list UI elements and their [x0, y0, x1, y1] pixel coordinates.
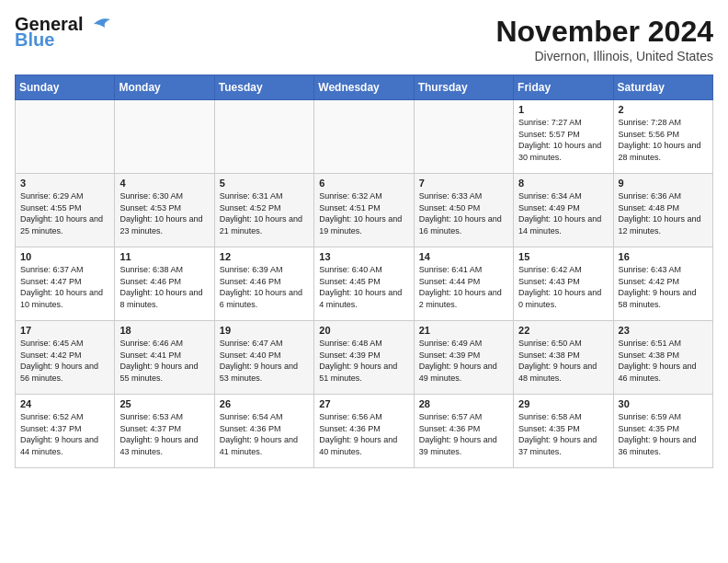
calendar-cell: 7Sunrise: 6:33 AM Sunset: 4:50 PM Daylig… [414, 174, 513, 247]
calendar-week-row: 24Sunrise: 6:52 AM Sunset: 4:37 PM Dayli… [16, 395, 713, 468]
calendar-cell: 26Sunrise: 6:54 AM Sunset: 4:36 PM Dayli… [214, 395, 313, 468]
day-number: 30 [619, 398, 708, 409]
calendar-cell: 21Sunrise: 6:49 AM Sunset: 4:39 PM Dayli… [414, 321, 513, 395]
day-number: 13 [319, 251, 408, 262]
day-info: Sunrise: 6:45 AM Sunset: 4:42 PM Dayligh… [20, 338, 109, 384]
calendar-cell: 24Sunrise: 6:52 AM Sunset: 4:37 PM Dayli… [16, 395, 115, 468]
day-info: Sunrise: 6:32 AM Sunset: 4:51 PM Dayligh… [319, 190, 408, 236]
day-number: 10 [20, 251, 109, 262]
page-header: General Blue November 2024 Divernon, Ill… [15, 15, 713, 63]
day-info: Sunrise: 6:47 AM Sunset: 4:40 PM Dayligh… [220, 338, 309, 384]
day-number: 27 [319, 398, 408, 409]
day-number: 19 [220, 325, 309, 336]
calendar-week-row: 10Sunrise: 6:37 AM Sunset: 4:47 PM Dayli… [16, 247, 713, 321]
calendar-cell: 12Sunrise: 6:39 AM Sunset: 4:46 PM Dayli… [214, 247, 313, 321]
logo-bird-icon [85, 15, 112, 33]
day-info: Sunrise: 6:41 AM Sunset: 4:44 PM Dayligh… [419, 264, 508, 310]
calendar-cell [115, 100, 214, 174]
day-info: Sunrise: 6:42 AM Sunset: 4:43 PM Dayligh… [518, 264, 608, 310]
title-block: November 2024 Divernon, Illinois, United… [495, 15, 713, 63]
calendar-cell: 14Sunrise: 6:41 AM Sunset: 4:44 PM Dayli… [414, 247, 513, 321]
weekday-header-tuesday: Tuesday [214, 75, 313, 100]
day-info: Sunrise: 6:50 AM Sunset: 4:38 PM Dayligh… [518, 338, 608, 384]
day-info: Sunrise: 6:40 AM Sunset: 4:45 PM Dayligh… [319, 264, 408, 310]
day-info: Sunrise: 6:33 AM Sunset: 4:50 PM Dayligh… [419, 190, 508, 236]
day-info: Sunrise: 6:29 AM Sunset: 4:55 PM Dayligh… [20, 190, 109, 236]
month-title: November 2024 [495, 15, 713, 49]
day-number: 21 [419, 325, 508, 336]
weekday-header-thursday: Thursday [414, 75, 513, 100]
day-info: Sunrise: 6:48 AM Sunset: 4:39 PM Dayligh… [319, 338, 408, 384]
calendar-cell: 27Sunrise: 6:56 AM Sunset: 4:36 PM Dayli… [314, 395, 414, 468]
calendar-cell: 22Sunrise: 6:50 AM Sunset: 4:38 PM Dayli… [514, 321, 613, 395]
calendar-cell: 5Sunrise: 6:31 AM Sunset: 4:52 PM Daylig… [214, 174, 313, 247]
day-info: Sunrise: 7:27 AM Sunset: 5:57 PM Dayligh… [518, 117, 608, 163]
day-number: 23 [619, 325, 708, 336]
calendar-cell: 29Sunrise: 6:58 AM Sunset: 4:35 PM Dayli… [514, 395, 613, 468]
day-number: 5 [220, 178, 309, 189]
day-info: Sunrise: 6:30 AM Sunset: 4:53 PM Dayligh… [119, 190, 209, 236]
calendar-cell: 11Sunrise: 6:38 AM Sunset: 4:46 PM Dayli… [115, 247, 214, 321]
day-number: 17 [20, 325, 109, 336]
day-info: Sunrise: 6:54 AM Sunset: 4:36 PM Dayligh… [220, 411, 309, 457]
day-info: Sunrise: 6:56 AM Sunset: 4:36 PM Dayligh… [319, 411, 408, 457]
day-number: 2 [619, 104, 708, 115]
calendar-cell: 17Sunrise: 6:45 AM Sunset: 4:42 PM Dayli… [16, 321, 115, 395]
calendar-cell [414, 100, 513, 174]
calendar-table: SundayMondayTuesdayWednesdayThursdayFrid… [15, 75, 713, 468]
day-info: Sunrise: 6:31 AM Sunset: 4:52 PM Dayligh… [220, 190, 309, 236]
day-number: 6 [319, 178, 408, 189]
calendar-cell: 19Sunrise: 6:47 AM Sunset: 4:40 PM Dayli… [214, 321, 313, 395]
calendar-cell [314, 100, 414, 174]
day-info: Sunrise: 6:58 AM Sunset: 4:35 PM Dayligh… [518, 411, 608, 457]
calendar-cell: 20Sunrise: 6:48 AM Sunset: 4:39 PM Dayli… [314, 321, 414, 395]
calendar-cell: 25Sunrise: 6:53 AM Sunset: 4:37 PM Dayli… [115, 395, 214, 468]
day-number: 29 [518, 398, 608, 409]
weekday-header-saturday: Saturday [613, 75, 712, 100]
day-number: 4 [119, 178, 209, 189]
calendar-cell [214, 100, 313, 174]
location: Divernon, Illinois, United States [495, 49, 713, 63]
day-number: 15 [518, 251, 608, 262]
calendar-week-row: 1Sunrise: 7:27 AM Sunset: 5:57 PM Daylig… [16, 100, 713, 174]
weekday-header-wednesday: Wednesday [314, 75, 414, 100]
day-info: Sunrise: 6:59 AM Sunset: 4:35 PM Dayligh… [619, 411, 708, 457]
calendar-cell: 16Sunrise: 6:43 AM Sunset: 4:42 PM Dayli… [613, 247, 712, 321]
day-info: Sunrise: 7:28 AM Sunset: 5:56 PM Dayligh… [619, 117, 708, 163]
day-info: Sunrise: 6:53 AM Sunset: 4:37 PM Dayligh… [119, 411, 209, 457]
weekday-header-monday: Monday [115, 75, 214, 100]
calendar-cell: 2Sunrise: 7:28 AM Sunset: 5:56 PM Daylig… [613, 100, 712, 174]
day-info: Sunrise: 6:52 AM Sunset: 4:37 PM Dayligh… [20, 411, 109, 457]
calendar-cell: 6Sunrise: 6:32 AM Sunset: 4:51 PM Daylig… [314, 174, 414, 247]
calendar-cell: 15Sunrise: 6:42 AM Sunset: 4:43 PM Dayli… [514, 247, 613, 321]
calendar-cell: 18Sunrise: 6:46 AM Sunset: 4:41 PM Dayli… [115, 321, 214, 395]
day-info: Sunrise: 6:37 AM Sunset: 4:47 PM Dayligh… [20, 264, 109, 310]
day-number: 9 [619, 178, 708, 189]
logo-blue: Blue [15, 29, 54, 51]
calendar-cell: 30Sunrise: 6:59 AM Sunset: 4:35 PM Dayli… [613, 395, 712, 468]
day-number: 8 [518, 178, 608, 189]
day-number: 25 [119, 398, 209, 409]
day-number: 20 [319, 325, 408, 336]
day-number: 26 [220, 398, 309, 409]
logo: General Blue [15, 15, 112, 51]
day-number: 16 [619, 251, 708, 262]
calendar-cell: 10Sunrise: 6:37 AM Sunset: 4:47 PM Dayli… [16, 247, 115, 321]
calendar-cell: 4Sunrise: 6:30 AM Sunset: 4:53 PM Daylig… [115, 174, 214, 247]
day-number: 22 [518, 325, 608, 336]
day-info: Sunrise: 6:34 AM Sunset: 4:49 PM Dayligh… [518, 190, 608, 236]
day-number: 14 [419, 251, 508, 262]
calendar-cell: 28Sunrise: 6:57 AM Sunset: 4:36 PM Dayli… [414, 395, 513, 468]
calendar-cell: 3Sunrise: 6:29 AM Sunset: 4:55 PM Daylig… [16, 174, 115, 247]
day-number: 12 [220, 251, 309, 262]
day-number: 24 [20, 398, 109, 409]
day-info: Sunrise: 6:51 AM Sunset: 4:38 PM Dayligh… [619, 338, 708, 384]
day-info: Sunrise: 6:49 AM Sunset: 4:39 PM Dayligh… [419, 338, 508, 384]
calendar-header-row: SundayMondayTuesdayWednesdayThursdayFrid… [16, 75, 713, 100]
day-number: 28 [419, 398, 508, 409]
weekday-header-sunday: Sunday [16, 75, 115, 100]
day-number: 18 [119, 325, 209, 336]
day-info: Sunrise: 6:38 AM Sunset: 4:46 PM Dayligh… [119, 264, 209, 310]
day-info: Sunrise: 6:46 AM Sunset: 4:41 PM Dayligh… [119, 338, 209, 384]
calendar-cell [16, 100, 115, 174]
